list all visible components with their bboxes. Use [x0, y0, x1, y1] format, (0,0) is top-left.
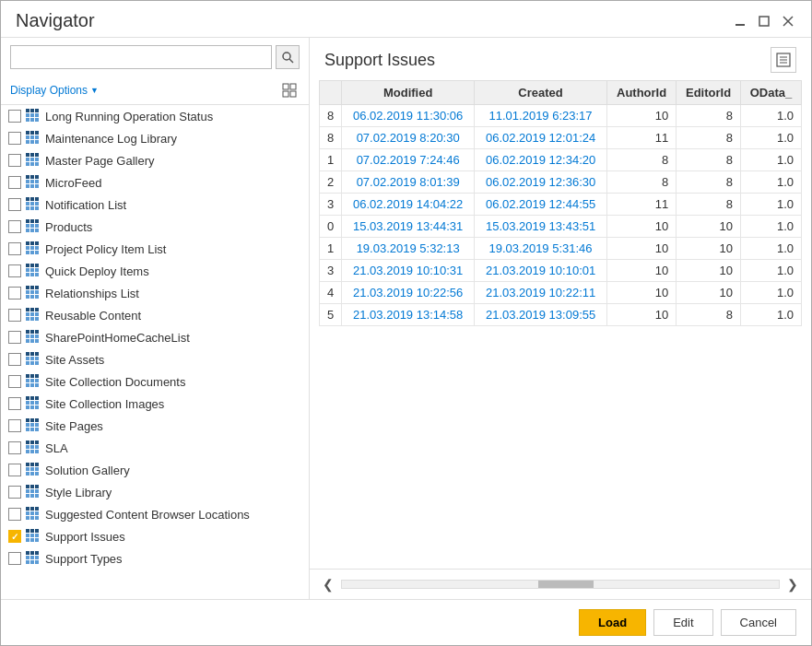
table-cell: 8 — [677, 304, 741, 326]
table-cell: 10 — [607, 238, 677, 260]
nav-item[interactable]: Site Pages — [1, 415, 309, 437]
col-header-editorid[interactable]: EditorId — [677, 81, 741, 105]
list-table-icon — [26, 463, 41, 477]
table-cell: 8 — [677, 171, 741, 194]
col-header-created[interactable]: Created — [475, 81, 607, 105]
table-row[interactable]: 107.02.2019 7:24:4606.02.2019 12:34:2088… — [320, 149, 802, 171]
nav-item[interactable]: SharePointHomeCacheList — [1, 326, 309, 348]
nav-item-label: Products — [45, 220, 92, 234]
search-bar — [1, 38, 309, 76]
table-row[interactable]: 306.02.2019 14:04:2206.02.2019 12:44:551… — [320, 194, 802, 216]
edit-button[interactable]: Edit — [653, 609, 712, 636]
nav-item-label: Long Running Operation Status — [45, 110, 213, 123]
table-row[interactable]: 521.03.2019 13:14:5821.03.2019 13:09:551… — [320, 304, 802, 326]
list-table-icon — [26, 153, 41, 168]
nav-item-label: MicroFeed — [45, 176, 101, 190]
dialog-footer: Load Edit Cancel — [1, 599, 811, 645]
list-table-icon — [26, 264, 41, 278]
nav-list: Long Running Operation StatusMaintenance… — [1, 105, 309, 570]
search-button[interactable] — [276, 45, 300, 69]
right-header: Support Issues — [310, 38, 811, 80]
search-input[interactable] — [10, 45, 272, 69]
nav-item[interactable]: Long Running Operation Status — [1, 105, 309, 127]
window-controls — [732, 13, 796, 29]
nav-item-checkbox — [8, 397, 21, 410]
table-row[interactable]: 119.03.2019 5:32:1319.03.2019 5:31:46101… — [320, 238, 802, 260]
nav-item[interactable]: Project Policy Item List — [1, 238, 309, 260]
nav-item[interactable]: Solution Gallery — [1, 459, 309, 481]
nav-item[interactable]: Support Issues — [1, 525, 309, 547]
scroll-right-button[interactable]: ❯ — [783, 575, 802, 593]
table-cell: 15.03.2019 13:43:51 — [475, 216, 607, 238]
nav-item[interactable]: Support Types — [1, 547, 309, 570]
table-cell: 1 — [320, 149, 342, 171]
scroll-track[interactable] — [341, 580, 780, 589]
svg-rect-1 — [759, 17, 769, 26]
nav-item[interactable]: SLA — [1, 437, 309, 459]
table-row[interactable]: 806.02.2019 11:30:0611.01.2019 6:23:1710… — [320, 105, 802, 127]
list-table-icon — [26, 286, 41, 300]
table-cell: 0 — [320, 216, 342, 238]
table-cell: 8 — [607, 149, 677, 171]
list-view-button[interactable] — [279, 80, 300, 100]
list-table-icon — [26, 109, 41, 123]
nav-item[interactable]: Master Page Gallery — [1, 149, 309, 171]
nav-item[interactable]: Maintenance Log Library — [1, 127, 309, 149]
nav-item[interactable]: Site Collection Images — [1, 393, 309, 415]
table-row[interactable]: 807.02.2019 8:20:3006.02.2019 12:01:2411… — [320, 127, 802, 149]
table-cell: 19.03.2019 5:32:13 — [342, 238, 475, 260]
list-table-icon — [26, 241, 41, 256]
list-table-icon — [26, 131, 41, 146]
table-cell: 5 — [320, 304, 342, 326]
table-row[interactable]: 207.02.2019 8:01:3906.02.2019 12:36:3088… — [320, 171, 802, 194]
nav-item[interactable]: Suggested Content Browser Locations — [1, 503, 309, 525]
table-cell: 07.02.2019 8:20:30 — [342, 127, 475, 149]
table-row[interactable]: 015.03.2019 13:44:3115.03.2019 13:43:511… — [320, 216, 802, 238]
nav-item-label: Support Issues — [45, 530, 125, 544]
nav-item[interactable]: Site Collection Documents — [1, 370, 309, 393]
nav-item-checkbox — [8, 287, 21, 300]
nav-list-container[interactable]: Long Running Operation StatusMaintenance… — [1, 105, 309, 599]
table-cell: 4 — [320, 282, 342, 304]
nav-item[interactable]: Quick Deploy Items — [1, 260, 309, 282]
nav-item-label: Relationships List — [45, 287, 139, 300]
maximize-button[interactable] — [756, 13, 772, 29]
title-bar: Navigator — [1, 1, 811, 37]
nav-item[interactable]: Relationships List — [1, 282, 309, 304]
col-header-odata[interactable]: OData_ — [740, 81, 801, 105]
nav-item[interactable]: MicroFeed — [1, 171, 309, 194]
list-table-icon — [26, 507, 41, 522]
nav-item[interactable]: Style Library — [1, 481, 309, 503]
nav-item-label: Master Page Gallery — [45, 154, 155, 168]
table-row[interactable]: 421.03.2019 10:22:5621.03.2019 10:22:111… — [320, 282, 802, 304]
nav-item-checkbox — [8, 508, 21, 521]
table-cell: 1 — [320, 238, 342, 260]
export-button[interactable] — [771, 47, 796, 73]
cancel-button[interactable]: Cancel — [721, 609, 796, 636]
nav-item[interactable]: Site Assets — [1, 348, 309, 370]
nav-item-label: Style Library — [45, 486, 112, 499]
list-table-icon — [26, 330, 41, 345]
col-header-modified[interactable]: Modified — [342, 81, 475, 105]
close-button[interactable] — [780, 13, 796, 29]
nav-item[interactable]: Notification List — [1, 194, 309, 216]
display-options-toggle[interactable]: Display Options ▼ — [10, 84, 99, 97]
nav-item-checkbox — [8, 242, 21, 255]
table-cell: 10 — [607, 105, 677, 127]
list-table-icon — [26, 529, 41, 544]
svg-rect-7 — [290, 84, 296, 89]
table-cell: 10 — [607, 304, 677, 326]
table-cell: 21.03.2019 13:09:55 — [475, 304, 607, 326]
table-cell: 10 — [677, 282, 741, 304]
minimize-button[interactable] — [732, 13, 748, 29]
nav-item[interactable]: Products — [1, 216, 309, 238]
load-button[interactable]: Load — [579, 609, 646, 636]
table-cell: 06.02.2019 12:01:24 — [475, 127, 607, 149]
table-cell: 1.0 — [740, 238, 801, 260]
right-panel-title: Support Issues — [324, 51, 435, 70]
table-row[interactable]: 321.03.2019 10:10:3121.03.2019 10:10:011… — [320, 260, 802, 282]
nav-item-label: Site Collection Documents — [45, 375, 185, 389]
col-header-authorid[interactable]: AuthorId — [607, 81, 677, 105]
nav-item[interactable]: Reusable Content — [1, 304, 309, 326]
scroll-left-button[interactable]: ❮ — [319, 575, 337, 593]
